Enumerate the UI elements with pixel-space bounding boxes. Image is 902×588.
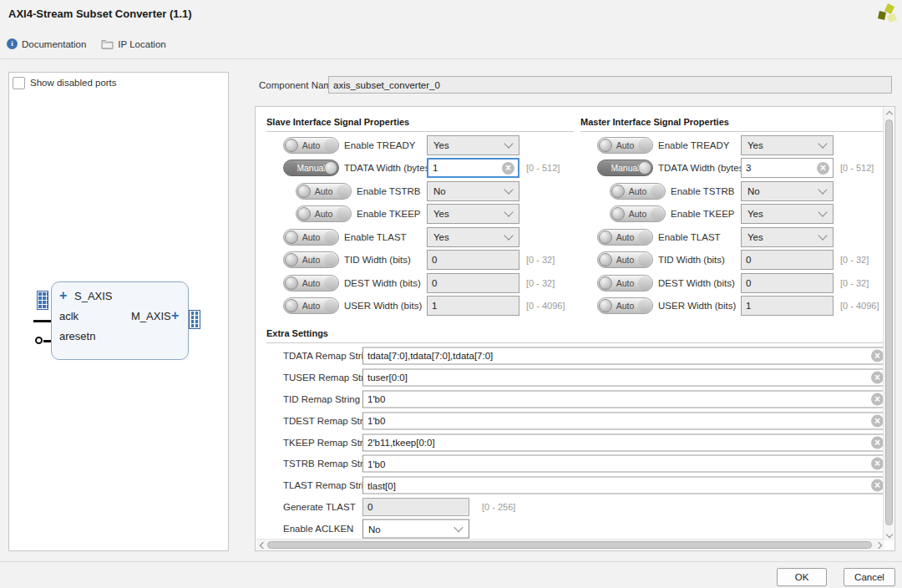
select-value: Yes: [747, 209, 763, 219]
signal-row: AutoEnable TLASTYes: [580, 226, 884, 249]
auto-toggle[interactable]: Auto: [283, 251, 339, 268]
enable-tready-select[interactable]: Yes: [741, 135, 834, 155]
signal-row: AutoUSER Width (bits)1[0 - 4096]: [266, 295, 574, 318]
tid-width-bits-input[interactable]: 0: [741, 250, 834, 270]
clear-icon[interactable]: ×: [871, 436, 884, 449]
auto-toggle[interactable]: Auto: [597, 229, 653, 246]
auto-toggle[interactable]: Auto: [610, 205, 666, 222]
expand-m-axis-icon[interactable]: +: [171, 310, 179, 322]
tid-remap-string-input[interactable]: 1'b0×: [362, 390, 887, 408]
signal-row: ManualTDATA Width (bytes)3×[0 - 512]: [580, 157, 884, 180]
input-value: 1'b0: [367, 459, 385, 469]
aclk-stub: [33, 320, 51, 322]
chevron-down-icon: [504, 208, 513, 217]
input-value: 0: [432, 278, 437, 288]
generate-tlast-input[interactable]: 0: [362, 498, 469, 516]
ip-location-label: IP Location: [118, 39, 165, 49]
signal-row: ManualTDATA Width (bytes)1×[0 - 512]: [266, 157, 574, 180]
tstrb-remap-string-input[interactable]: 1'b0×: [362, 455, 887, 473]
user-width-bits-input[interactable]: 1: [741, 296, 834, 316]
auto-toggle[interactable]: Auto: [283, 275, 339, 291]
show-disabled-ports-checkbox[interactable]: [13, 77, 25, 89]
clear-icon[interactable]: ×: [502, 162, 514, 175]
scroll-left-arrow[interactable]: [256, 540, 267, 550]
signal-label: Enable TREADY: [658, 140, 729, 150]
scroll-right-arrow[interactable]: [874, 540, 884, 550]
auto-toggle[interactable]: Auto: [283, 137, 339, 154]
auto-toggle[interactable]: Auto: [597, 297, 653, 314]
auto-toggle[interactable]: Auto: [610, 183, 666, 200]
clear-icon[interactable]: ×: [817, 162, 829, 175]
toggle-label: Auto: [315, 209, 333, 219]
auto-toggle[interactable]: Auto: [597, 251, 653, 268]
manual-toggle[interactable]: Manual: [283, 160, 339, 176]
dest-width-bits-input[interactable]: 0: [427, 273, 519, 293]
range-hint: [0 - 4096]: [526, 301, 565, 311]
tdest-remap-string-input[interactable]: 1'b0×: [362, 412, 887, 429]
chevron-down-icon: [818, 208, 827, 217]
toggle-knob: [297, 185, 311, 198]
enable-tlast-select[interactable]: Yes: [741, 227, 834, 247]
extra-row: TDEST Remap String1'b0×: [266, 410, 884, 432]
auto-toggle[interactable]: Auto: [597, 275, 653, 291]
auto-toggle[interactable]: Auto: [283, 229, 339, 246]
toggle-label: Auto: [629, 209, 647, 219]
select-value: No: [433, 186, 446, 196]
clear-icon[interactable]: ×: [871, 479, 884, 492]
signal-label: Enable TSTRB: [357, 186, 421, 196]
toggle-knob: [611, 207, 625, 220]
port-aclk: aclk: [59, 310, 79, 322]
toggle-knob: [599, 139, 612, 152]
enable-tkeep-select[interactable]: Yes: [741, 204, 834, 224]
clear-icon[interactable]: ×: [871, 414, 884, 427]
signal-row: AutoDEST Width (bits)0[0 - 32]: [580, 271, 884, 295]
vertical-scrollbar[interactable]: [883, 108, 894, 540]
dest-width-bits-input[interactable]: 0: [741, 273, 834, 293]
toggle-label: Auto: [302, 255, 321, 265]
tdata-width-bytes-input[interactable]: 1×: [427, 158, 519, 178]
input-value: 0: [746, 255, 751, 265]
horizontal-scroll-thumb[interactable]: [267, 541, 872, 549]
expand-s-axis-icon[interactable]: +: [59, 290, 67, 302]
enable-aclken-select[interactable]: No: [362, 520, 469, 539]
auto-toggle[interactable]: Auto: [283, 297, 339, 314]
user-width-bits-input[interactable]: 1: [427, 296, 519, 316]
clear-icon[interactable]: ×: [871, 349, 884, 362]
manual-toggle[interactable]: Manual: [597, 160, 653, 176]
component-name-input[interactable]: axis_subset_converter_0: [328, 76, 892, 94]
toggle-label: Auto: [302, 301, 321, 311]
ok-button[interactable]: OK: [777, 568, 827, 586]
tid-width-bits-input[interactable]: 0: [427, 250, 519, 270]
tlast-remap-string-input[interactable]: tlast[0]×: [362, 477, 887, 494]
tdata-remap-string-input[interactable]: tdata[7:0],tdata[7:0],tdata[7:0]×: [362, 347, 887, 364]
clear-icon[interactable]: ×: [871, 458, 884, 470]
enable-tready-select[interactable]: Yes: [427, 135, 519, 155]
tkeep-remap-string-input[interactable]: 2'b11,tkeep[0:0]×: [362, 433, 887, 451]
auto-toggle[interactable]: Auto: [296, 205, 352, 222]
scroll-down-arrow[interactable]: [884, 530, 894, 540]
select-value: No: [747, 186, 760, 196]
ip-location-button[interactable]: IP Location: [101, 38, 165, 49]
enable-tlast-select[interactable]: Yes: [427, 227, 519, 247]
enable-tstrb-select[interactable]: No: [741, 181, 834, 201]
toggle-knob: [285, 231, 298, 244]
horizontal-scrollbar[interactable]: [256, 539, 884, 550]
extra-label: TID Remap String: [283, 394, 360, 404]
auto-toggle[interactable]: Auto: [296, 183, 352, 200]
toggle-label: Auto: [302, 232, 321, 242]
toggle-knob: [599, 253, 612, 266]
scroll-up-arrow[interactable]: [884, 108, 894, 119]
cancel-button[interactable]: Cancel: [844, 568, 895, 586]
clear-icon[interactable]: ×: [871, 393, 884, 405]
signal-row: AutoEnable TSTRBNo: [266, 180, 574, 203]
ip-block[interactable]: + S_AXIS aclk M_AXIS + aresetn: [51, 281, 189, 360]
tuser-remap-string-input[interactable]: tuser[0:0]×: [362, 368, 887, 386]
auto-toggle[interactable]: Auto: [597, 137, 653, 154]
enable-tkeep-select[interactable]: Yes: [427, 204, 519, 224]
tdata-width-bytes-input[interactable]: 3×: [741, 158, 834, 178]
vertical-scroll-thumb[interactable]: [885, 119, 893, 525]
enable-tstrb-select[interactable]: No: [427, 181, 519, 201]
clear-icon[interactable]: ×: [871, 371, 884, 383]
documentation-button[interactable]: i Documentation: [7, 38, 86, 49]
chevron-down-icon: [504, 231, 513, 240]
